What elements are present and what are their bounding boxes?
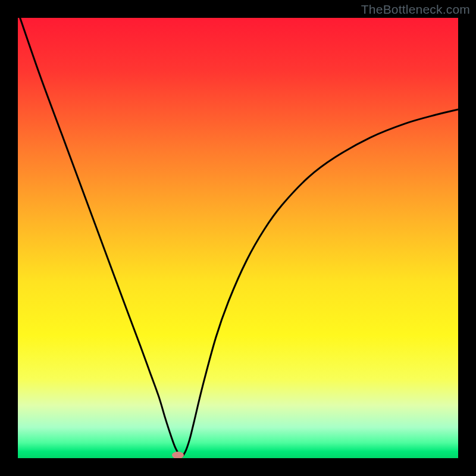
curve-layer [18, 18, 458, 458]
bottleneck-curve [20, 18, 458, 456]
chart-frame: TheBottleneck.com [0, 0, 476, 476]
optimum-marker [172, 452, 184, 458]
watermark-text: TheBottleneck.com [361, 2, 470, 17]
plot-area [18, 18, 458, 458]
